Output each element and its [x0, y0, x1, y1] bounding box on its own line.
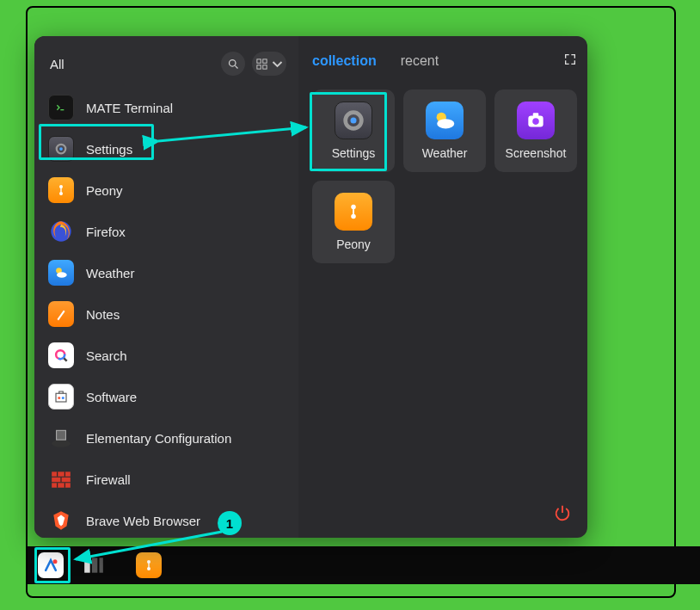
main-header: collection recent — [312, 48, 577, 74]
grid-item-label: Peony — [336, 237, 371, 251]
svg-rect-44 — [533, 113, 539, 116]
sidebar-item-weather[interactable]: Weather — [41, 253, 292, 293]
svg-point-6 — [147, 567, 150, 570]
taskbar-workspaces-icon[interactable] — [81, 552, 107, 578]
sidebar-item-label: Weather — [86, 266, 134, 280]
app-menu: All MATE Terminal Settings Peony — [34, 36, 587, 538]
grid-item-label: Settings — [332, 146, 376, 160]
notes-icon — [48, 301, 74, 327]
sidebar-title: All — [50, 57, 214, 71]
settings-icon — [335, 102, 372, 139]
peony-icon — [48, 177, 74, 203]
sidebar-item-peony[interactable]: Peony — [41, 170, 292, 210]
sidebar-item-elementary[interactable]: Elementary Configuration — [41, 418, 292, 458]
sidebar-item-firefox[interactable]: Firefox — [41, 212, 292, 251]
taskbar — [28, 546, 700, 584]
tab-collection[interactable]: collection — [312, 53, 377, 69]
svg-point-39 — [351, 118, 357, 124]
sidebar-item-firewall[interactable]: Firewall — [41, 459, 292, 499]
svg-point-7 — [229, 59, 236, 66]
brave-icon — [48, 508, 74, 533]
svg-rect-2 — [92, 558, 98, 572]
firefox-icon — [48, 219, 74, 244]
terminal-icon — [48, 95, 74, 120]
grid-icon — [255, 58, 268, 71]
svg-point-18 — [59, 192, 63, 195]
svg-point-41 — [437, 119, 454, 128]
power-button[interactable] — [553, 503, 572, 526]
sidebar-item-label: Software — [86, 390, 137, 404]
grid-item-label: Weather — [422, 146, 468, 160]
svg-point-26 — [58, 397, 60, 399]
taskbar-start-button[interactable] — [38, 552, 64, 578]
sidebar-item-label: Firefox — [86, 225, 126, 239]
software-icon — [48, 384, 74, 410]
tab-recent[interactable]: recent — [401, 53, 439, 69]
grid-item-label: Screenshot — [506, 146, 567, 160]
svg-line-8 — [235, 65, 237, 68]
sidebar-item-label: Peony — [86, 183, 123, 198]
sidebar-header: All — [34, 46, 298, 88]
power-icon — [553, 503, 572, 522]
svg-point-27 — [62, 397, 64, 399]
expand-button[interactable] — [563, 52, 577, 70]
sidebar-item-label: Notes — [86, 307, 120, 322]
svg-rect-17 — [60, 188, 61, 192]
svg-rect-10 — [262, 59, 266, 62]
sidebar-item-software[interactable]: Software — [41, 377, 292, 416]
grid-item-settings[interactable]: Settings — [312, 89, 395, 172]
sidebar-item-label: Settings — [86, 142, 132, 157]
svg-rect-32 — [52, 483, 71, 487]
sidebar-item-label: Elementary Configuration — [86, 431, 231, 446]
search-icon — [227, 58, 240, 71]
sidebar-item-notes[interactable]: Notes — [41, 294, 292, 334]
search-app-icon — [48, 342, 74, 368]
svg-rect-3 — [100, 558, 103, 572]
chevron-down-icon — [271, 58, 284, 71]
svg-point-0 — [53, 559, 58, 564]
taskbar-peony-icon[interactable] — [136, 552, 162, 578]
view-mode-button[interactable] — [252, 52, 286, 76]
sidebar-item-label: MATE Terminal — [86, 101, 173, 115]
screenshot-icon — [517, 102, 555, 139]
sidebar-item-label: Brave Web Browser — [86, 514, 200, 528]
svg-point-15 — [59, 147, 63, 151]
svg-rect-5 — [148, 563, 149, 567]
svg-rect-30 — [52, 471, 71, 476]
settings-icon — [48, 136, 74, 162]
svg-point-28 — [52, 440, 71, 447]
sidebar: All MATE Terminal Settings Peony — [34, 36, 298, 538]
svg-rect-12 — [262, 65, 266, 68]
svg-rect-11 — [256, 65, 260, 68]
sidebar-item-label: Search — [86, 348, 127, 363]
main-panel: collection recent Settings Weather Scree… — [298, 36, 587, 538]
svg-rect-25 — [56, 393, 66, 402]
grid-item-weather[interactable]: Weather — [403, 89, 486, 172]
weather-icon — [426, 102, 464, 139]
svg-line-24 — [64, 358, 66, 360]
svg-point-47 — [351, 214, 356, 219]
grid-item-peony[interactable]: Peony — [312, 181, 395, 263]
elementary-icon — [48, 425, 74, 451]
firewall-icon — [48, 466, 74, 492]
svg-rect-29 — [57, 430, 66, 440]
annotation-marker-1: 1 — [218, 511, 242, 535]
sidebar-item-terminal[interactable]: MATE Terminal — [41, 88, 292, 127]
svg-rect-1 — [84, 558, 90, 572]
sidebar-item-label: Firewall — [86, 472, 131, 487]
expand-icon — [563, 52, 577, 66]
app-grid: Settings Weather Screenshot Peony — [312, 89, 577, 263]
weather-icon — [48, 260, 74, 286]
search-button[interactable] — [221, 52, 245, 76]
svg-point-21 — [57, 272, 67, 278]
svg-rect-46 — [353, 208, 354, 214]
peony-icon — [335, 193, 372, 231]
svg-point-43 — [532, 118, 539, 125]
svg-rect-9 — [256, 59, 260, 62]
sidebar-list: MATE Terminal Settings Peony Firefox Wea… — [34, 88, 298, 538]
sidebar-item-search[interactable]: Search — [41, 336, 292, 375]
grid-item-screenshot[interactable]: Screenshot — [494, 89, 577, 172]
sidebar-item-settings[interactable]: Settings — [41, 129, 292, 169]
sidebar-item-brave[interactable]: Brave Web Browser — [41, 501, 292, 538]
